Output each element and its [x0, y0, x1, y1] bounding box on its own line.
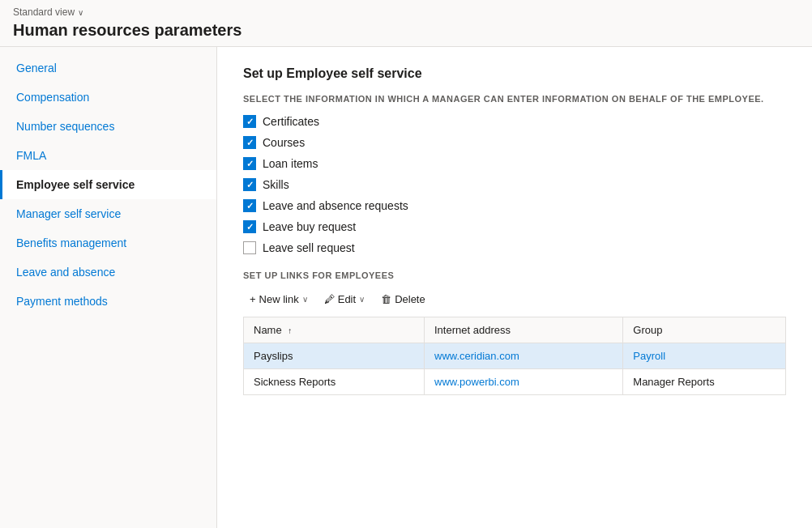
checkbox-leave-buy: ✓ Leave buy request: [243, 220, 786, 233]
internet-address-link[interactable]: www.ceridian.com: [434, 350, 519, 362]
checkbox-courses: ✓ Courses: [243, 136, 786, 149]
col-internet-label: Internet address: [434, 324, 511, 336]
sidebar-item-general[interactable]: General: [0, 53, 216, 83]
delete-label: Delete: [395, 293, 425, 305]
sidebar-item-label: Benefits management: [16, 236, 126, 249]
sidebar-item-label: Number sequences: [16, 120, 114, 133]
checkbox-label-loan-items: Loan items: [263, 157, 318, 170]
checkmark-icon: ✓: [246, 202, 254, 211]
chevron-down-icon: ∨: [359, 295, 365, 304]
sidebar-item-leave-and-absence[interactable]: Leave and absence: [0, 258, 216, 287]
checkmark-icon: ✓: [246, 223, 254, 232]
sidebar-item-payment-methods[interactable]: Payment methods: [0, 287, 216, 316]
sidebar-item-label: Manager self service: [16, 207, 121, 220]
checkbox-loan-items: ✓ Loan items: [243, 157, 786, 170]
sidebar-item-label: Compensation: [16, 91, 89, 104]
col-header-name[interactable]: Name ↑: [244, 317, 425, 343]
checkmark-icon: ✓: [246, 138, 254, 147]
checkbox-leave-absence: ✓ Leave and absence requests: [243, 199, 786, 212]
checkbox-label-skills: Skills: [263, 178, 289, 191]
sidebar-item-number-sequences[interactable]: Number sequences: [0, 112, 216, 141]
checkmark-icon: ✓: [246, 117, 254, 126]
col-header-group[interactable]: Group: [623, 317, 786, 343]
table-row[interactable]: Sickness Reports www.powerbi.com Manager…: [244, 369, 786, 395]
standard-view-dropdown[interactable]: Standard view ∨: [13, 6, 799, 18]
cell-name: Sickness Reports: [244, 369, 425, 395]
col-group-label: Group: [633, 324, 662, 336]
manager-info-label: SELECT THE INFORMATION IN WHICH A MANAGE…: [243, 94, 786, 104]
main-content: Set up Employee self service SELECT THE …: [217, 47, 812, 528]
sidebar-item-label: FMLA: [16, 149, 46, 162]
internet-address-link[interactable]: www.powerbi.com: [434, 376, 519, 388]
edit-button[interactable]: 🖉 Edit ∨: [318, 290, 371, 309]
sidebar: General Compensation Number sequences FM…: [0, 47, 217, 528]
sidebar-item-fmla[interactable]: FMLA: [0, 141, 216, 170]
checkbox-label-courses: Courses: [263, 136, 305, 149]
checkbox-label-certificates: Certificates: [263, 115, 319, 128]
checkmark-icon: ✓: [246, 181, 254, 189]
checkbox-input-leave-buy[interactable]: ✓: [243, 220, 256, 233]
checkbox-input-leave-sell[interactable]: ✓: [243, 241, 256, 254]
content-area: General Compensation Number sequences FM…: [0, 47, 812, 528]
toolbar: + New link ∨ 🖉 Edit ∨ 🗑 Delete: [243, 290, 786, 309]
checkmark-icon: ✓: [246, 160, 254, 168]
sort-arrow-icon: ↑: [288, 326, 292, 335]
checkbox-label-leave-sell: Leave sell request: [263, 241, 355, 254]
sidebar-item-manager-self-service[interactable]: Manager self service: [0, 199, 216, 228]
sidebar-item-employee-self-service[interactable]: Employee self service: [0, 170, 216, 199]
col-header-internet[interactable]: Internet address: [425, 317, 623, 343]
checkbox-input-loan-items[interactable]: ✓: [243, 157, 256, 170]
sidebar-item-label: General: [16, 62, 57, 75]
col-name-label: Name: [254, 324, 282, 336]
cell-group: Payroll: [623, 343, 786, 369]
chevron-down-icon: ∨: [302, 295, 308, 304]
links-table: Name ↑ Internet address Group: [243, 317, 786, 395]
checkbox-leave-sell: ✓ Leave sell request: [243, 241, 786, 254]
page-title: Human resources parameters: [13, 21, 799, 46]
sidebar-item-benefits-management[interactable]: Benefits management: [0, 228, 216, 258]
top-bar: Standard view ∨ Human resources paramete…: [0, 0, 812, 47]
cell-internet: www.powerbi.com: [425, 369, 623, 395]
new-link-label: New link: [259, 293, 299, 305]
edit-icon: 🖉: [324, 293, 335, 305]
checkbox-skills: ✓ Skills: [243, 178, 786, 191]
page-wrapper: Standard view ∨ Human resources paramete…: [0, 0, 812, 528]
group-link[interactable]: Payroll: [633, 350, 665, 362]
checkbox-label-leave-absence: Leave and absence requests: [263, 199, 408, 212]
new-link-button[interactable]: + New link ∨: [243, 290, 314, 309]
delete-button[interactable]: 🗑 Delete: [374, 290, 432, 309]
cell-group: Manager Reports: [623, 369, 786, 395]
sidebar-item-label: Payment methods: [16, 295, 108, 308]
links-label: SET UP LINKS FOR EMPLOYEES: [243, 270, 786, 280]
plus-icon: +: [250, 293, 256, 305]
delete-icon: 🗑: [381, 293, 391, 305]
edit-label: Edit: [338, 293, 356, 305]
standard-view-label: Standard view: [13, 6, 75, 18]
checkbox-input-skills[interactable]: ✓: [243, 178, 256, 191]
sidebar-item-label: Leave and absence: [16, 266, 115, 279]
section-title: Set up Employee self service: [243, 66, 786, 81]
links-section: SET UP LINKS FOR EMPLOYEES + New link ∨ …: [243, 270, 786, 395]
sidebar-item-label: Employee self service: [16, 178, 135, 191]
checkbox-input-certificates[interactable]: ✓: [243, 115, 256, 128]
sidebar-item-compensation[interactable]: Compensation: [0, 83, 216, 112]
chevron-down-icon: ∨: [78, 8, 83, 17]
table-row[interactable]: Payslips www.ceridian.com Payroll: [244, 343, 786, 369]
checkbox-label-leave-buy: Leave buy request: [263, 220, 356, 233]
cell-internet: www.ceridian.com: [425, 343, 623, 369]
checkbox-input-leave-absence[interactable]: ✓: [243, 199, 256, 212]
checkbox-certificates: ✓ Certificates: [243, 115, 786, 128]
checkbox-input-courses[interactable]: ✓: [243, 136, 256, 149]
cell-name: Payslips: [244, 343, 425, 369]
